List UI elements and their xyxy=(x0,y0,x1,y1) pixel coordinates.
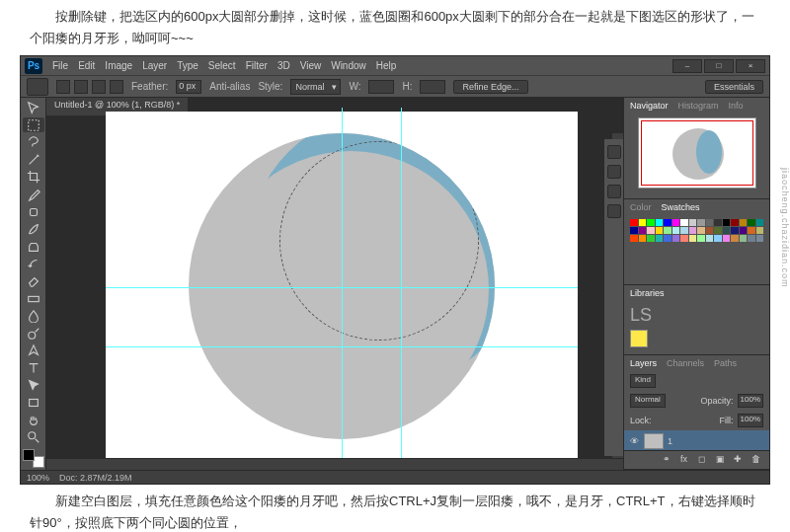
swatch[interactable] xyxy=(656,227,664,234)
swatch[interactable] xyxy=(647,219,655,226)
tab-libraries[interactable]: Libraries xyxy=(630,288,665,298)
swatch[interactable] xyxy=(748,235,755,242)
swatch[interactable] xyxy=(723,227,731,234)
swatch[interactable] xyxy=(748,219,755,226)
tab-swatches[interactable]: Swatches xyxy=(662,202,700,212)
sel-int[interactable] xyxy=(110,80,123,94)
tool-history-brush[interactable] xyxy=(23,257,44,272)
tool-eraser[interactable] xyxy=(23,273,44,289)
tool-rect-marquee[interactable] xyxy=(23,117,44,133)
layers-kind-filter[interactable]: Kind xyxy=(630,374,656,388)
tab-info[interactable]: Info xyxy=(729,101,744,111)
swatch[interactable] xyxy=(664,227,672,234)
scrollbar-horizontal[interactable] xyxy=(46,458,623,470)
swatch[interactable] xyxy=(706,227,714,234)
tool-crop[interactable] xyxy=(23,170,44,186)
tool-lasso[interactable] xyxy=(23,134,44,150)
menu-3d[interactable]: 3D xyxy=(277,60,290,71)
menu-help[interactable]: Help xyxy=(376,60,397,71)
library-swatch[interactable] xyxy=(630,330,648,347)
swatch[interactable] xyxy=(740,219,748,226)
swatch[interactable] xyxy=(639,227,647,234)
swatch[interactable] xyxy=(697,219,705,226)
swatch[interactable] xyxy=(664,235,672,242)
feather-input[interactable]: 0 px xyxy=(176,80,201,94)
menu-image[interactable]: Image xyxy=(105,60,132,71)
panel-icon-2[interactable] xyxy=(607,165,621,179)
swatch[interactable] xyxy=(723,219,731,226)
style-select[interactable]: Normal xyxy=(290,79,341,95)
swatch[interactable] xyxy=(689,235,697,242)
swatch[interactable] xyxy=(689,227,697,234)
opacity-value[interactable]: 100% xyxy=(738,394,763,408)
tool-move[interactable] xyxy=(23,100,44,115)
swatch[interactable] xyxy=(680,219,688,226)
swatch[interactable] xyxy=(697,227,705,234)
blend-mode-select[interactable]: Normal xyxy=(630,394,666,408)
swatch[interactable] xyxy=(748,227,755,234)
layer-style-icon[interactable]: fx xyxy=(680,454,692,466)
menu-filter[interactable]: Filter xyxy=(246,60,268,71)
swatch[interactable] xyxy=(740,227,748,234)
tool-clone[interactable] xyxy=(23,239,44,255)
swatch[interactable] xyxy=(647,235,655,242)
menu-file[interactable]: File xyxy=(52,60,68,71)
swatch[interactable] xyxy=(731,227,739,234)
swatch[interactable] xyxy=(756,227,764,234)
swatch[interactable] xyxy=(630,235,638,242)
maximize-button[interactable]: □ xyxy=(704,59,734,73)
tool-spot-heal[interactable] xyxy=(23,204,44,220)
close-button[interactable]: × xyxy=(736,59,765,73)
swatch[interactable] xyxy=(731,235,739,242)
height-input[interactable] xyxy=(420,80,445,94)
layer-mask-icon[interactable]: ◻ xyxy=(698,454,710,466)
width-input[interactable] xyxy=(368,80,394,94)
swatch[interactable] xyxy=(647,227,655,234)
swatch[interactable] xyxy=(656,219,664,226)
panel-icon-4[interactable] xyxy=(607,204,621,218)
swatch[interactable] xyxy=(664,219,672,226)
menu-layer[interactable]: Layer xyxy=(142,60,167,71)
tab-navigator[interactable]: Navigator xyxy=(630,101,669,111)
tool-magic-wand[interactable] xyxy=(23,152,44,168)
sel-sub[interactable] xyxy=(92,80,106,94)
refine-edge-button[interactable]: Refine Edge... xyxy=(453,80,527,94)
tab-paths[interactable]: Paths xyxy=(714,358,737,368)
link-layers-icon[interactable]: ⚭ xyxy=(663,454,674,466)
layer-row[interactable]: 👁1 xyxy=(624,430,769,450)
swatch[interactable] xyxy=(714,235,722,242)
canvas[interactable] xyxy=(106,112,578,465)
color-swatches[interactable] xyxy=(23,449,44,468)
swatch[interactable] xyxy=(630,227,638,234)
navigator-thumbnail[interactable] xyxy=(638,117,756,189)
swatch[interactable] xyxy=(756,219,764,226)
panel-icon-3[interactable] xyxy=(607,185,621,198)
swatch[interactable] xyxy=(714,227,722,234)
new-group-icon[interactable]: ▣ xyxy=(716,454,728,466)
swatch[interactable] xyxy=(672,235,680,242)
visibility-toggle-icon[interactable]: 👁 xyxy=(628,436,640,446)
swatch[interactable] xyxy=(639,219,647,226)
menu-view[interactable]: View xyxy=(300,60,322,71)
tool-brush[interactable] xyxy=(23,221,44,237)
minimize-button[interactable]: – xyxy=(672,59,702,73)
menu-window[interactable]: Window xyxy=(331,60,366,71)
tab-channels[interactable]: Channels xyxy=(667,358,704,368)
tab-histogram[interactable]: Histogram xyxy=(678,101,719,111)
swatch[interactable] xyxy=(706,235,714,242)
tool-gradient[interactable] xyxy=(23,291,44,307)
swatch[interactable] xyxy=(639,235,647,242)
swatch[interactable] xyxy=(672,219,680,226)
swatch[interactable] xyxy=(680,227,688,234)
tool-pen[interactable] xyxy=(23,343,44,359)
sel-new[interactable] xyxy=(56,80,70,94)
tool-dodge[interactable] xyxy=(23,326,44,342)
menu-type[interactable]: Type xyxy=(177,60,198,71)
swatch[interactable] xyxy=(756,235,764,242)
tool-eyedropper[interactable] xyxy=(23,187,44,202)
tool-preset-icon[interactable] xyxy=(27,78,48,96)
swatch[interactable] xyxy=(740,235,748,242)
menu-edit[interactable]: Edit xyxy=(78,60,95,71)
sel-add[interactable] xyxy=(74,80,88,94)
panel-icon-1[interactable] xyxy=(607,145,621,159)
